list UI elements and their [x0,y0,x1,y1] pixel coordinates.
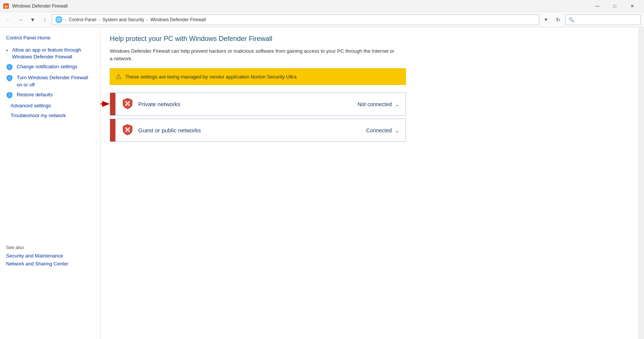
private-network-right: Not connected ⌄ [358,101,399,107]
page-title: Help protect your PC with Windows Defend… [110,35,630,43]
warning-banner: ⚠ These settings are being managed by ve… [110,68,406,85]
svg-marker-3 [102,101,110,107]
private-network-left: Private networks [122,97,180,111]
back-button[interactable]: ← [3,14,14,25]
search-input[interactable] [568,17,638,22]
shield-icon-notification [6,64,14,71]
private-network-name: Private networks [138,101,180,107]
public-network-content[interactable]: Guest or public networks Connected ⌄ [115,119,406,141]
see-also-label: See also [0,242,100,252]
public-network-right: Connected ⌄ [366,127,399,133]
sidebar-turn-label: Turn Windows Defender Firewall on or off [17,74,94,88]
main-window: Control Panel Home ● Allow an app or fea… [0,27,644,339]
address-bar: ← → ▼ ↑ 🌐 › Control Panel › System and S… [0,12,644,27]
see-also-security-maintenance[interactable]: Security and Maintenance [0,252,100,260]
sidebar-item-change-notification[interactable]: Change notification settings [0,62,100,73]
crumb-control-panel[interactable]: Control Panel [69,17,96,22]
close-button[interactable]: ✕ [623,0,641,12]
see-also-network-sharing[interactable]: Network and Sharing Center [0,260,100,268]
shield-x-icon-public [122,124,134,137]
sidebar-item-troubleshoot[interactable]: Troubleshoot my network [0,111,100,121]
address-dropdown-button[interactable]: ▼ [541,14,551,25]
warning-text: These settings are being managed by vend… [125,74,297,80]
sep1: › [65,17,66,22]
public-network-red-bar [110,119,115,141]
shield-icon-turn [6,75,14,82]
scrollbar-track[interactable] [639,27,644,339]
public-network-name: Guest or public networks [138,127,201,133]
forward-button[interactable]: → [15,14,26,25]
sidebar: Control Panel Home ● Allow an app or fea… [0,27,101,339]
sidebar-item-advanced-settings[interactable]: Advanced settings [0,101,100,111]
sidebar-item-turn-on-off[interactable]: Turn Windows Defender Firewall on or off [0,73,100,89]
title-bar: W Windows Defender Firewall — □ ✕ [0,0,644,12]
window-controls: — □ ✕ [589,0,641,12]
arrow-annotation [101,96,110,111]
bullet-icon: ● [6,48,9,52]
sep2: › [99,17,100,22]
refresh-button[interactable]: ↻ [553,14,564,25]
window-title: Windows Defender Firewall [12,3,68,9]
app-icon: W [3,3,9,9]
private-network-row[interactable]: Private networks Not connected ⌄ [110,93,406,116]
public-network-status: Connected [366,127,392,133]
crumb-firewall[interactable]: Windows Defender Firewall [150,17,206,22]
address-icon: 🌐 [55,16,63,23]
content-description: Windows Defender Firewall can help preve… [110,47,398,62]
private-network-red-bar [110,93,115,115]
maximize-button[interactable]: □ [606,0,623,12]
address-box[interactable]: 🌐 › Control Panel › System and Security … [52,14,539,25]
warning-icon: ⚠ [115,72,122,81]
svg-text:W: W [5,5,8,8]
private-network-status: Not connected [358,101,392,107]
up-button[interactable]: ↑ [39,14,50,25]
crumb-system-security[interactable]: System and Security [103,17,144,22]
sidebar-item-restore-defaults[interactable]: Restore defaults [0,90,100,101]
shield-icon-restore [6,92,14,99]
search-box[interactable] [565,14,641,25]
private-chevron-icon: ⌄ [395,101,399,107]
sep3: › [147,17,148,22]
public-network-row[interactable]: Guest or public networks Connected ⌄ [110,119,406,142]
sidebar-restore-label: Restore defaults [17,91,53,98]
sidebar-item-allow-app[interactable]: ● Allow an app or feature through Window… [0,45,100,62]
shield-x-icon-private [122,97,134,111]
sidebar-allow-app-label: Allow an app or feature through Windows … [12,47,94,60]
private-network-content[interactable]: Private networks Not connected ⌄ [115,93,406,115]
sidebar-advanced-label: Advanced settings [11,102,51,109]
public-network-left: Guest or public networks [122,124,201,137]
sidebar-change-notif-label: Change notification settings [17,63,77,70]
sidebar-home-link[interactable]: Control Panel Home [0,33,100,45]
private-network-container: Private networks Not connected ⌄ [110,93,630,116]
minimize-button[interactable]: — [589,0,606,12]
content-area: Help protect your PC with Windows Defend… [101,27,639,339]
public-chevron-icon: ⌄ [395,127,399,133]
sidebar-troubleshoot-label: Troubleshoot my network [11,112,66,119]
dropdown-button[interactable]: ▼ [27,14,38,25]
